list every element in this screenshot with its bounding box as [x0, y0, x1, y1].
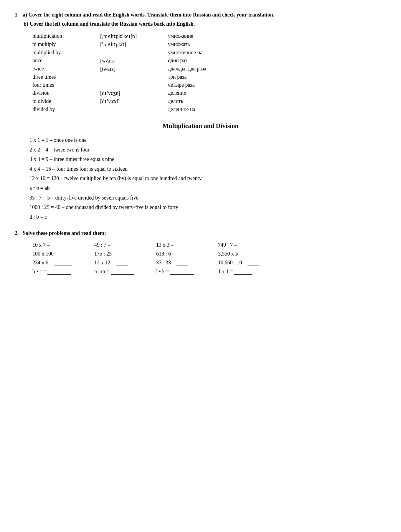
vocab-english-2: multiplied by: [32, 49, 97, 56]
vocab-phonetic-6: [100, 81, 165, 89]
exercise1-section: 1. a) Cover the right column and read th…: [15, 12, 386, 27]
vocab-phonetic-5: [100, 73, 165, 81]
problem-0-1: 49 : 7 =: [94, 242, 153, 248]
problem-2-0: 234 x 6 =: [32, 259, 91, 266]
vocab-phonetic-3: [wʌns]: [100, 57, 165, 65]
problem-0-3: 749 : 7 =: [218, 242, 277, 248]
problem-2-1: 12 x 12 =: [94, 259, 153, 266]
example-0: 1 x 1 = 1 – once one is one: [29, 136, 386, 145]
vocab-english-0: multiplication: [32, 32, 97, 40]
vocab-english-8: to divide: [32, 98, 97, 105]
example-8: d : b = c: [29, 213, 386, 222]
vocab-russian-0: умножение: [168, 32, 386, 40]
vocab-english-9: divided by: [32, 106, 97, 113]
problem-3-1: n : m =: [94, 268, 153, 275]
vocab-phonetic-4: [twaɪs]: [100, 65, 165, 73]
problem-0-2: 13 x 3 =: [156, 242, 215, 248]
vocab-russian-5: три раза: [168, 73, 386, 81]
vocab-russian-7: деление: [168, 89, 386, 97]
problem-3-0: b • c =: [32, 268, 91, 275]
vocab-english-7: division: [32, 89, 97, 97]
vocab-russian-9: деленное на: [168, 106, 386, 113]
exercise1-part-b: b) Cover the left column and translate t…: [24, 21, 386, 27]
example-1: 2 x 2 = 4 – twice two is four: [29, 145, 386, 154]
vocab-english-3: once: [32, 57, 97, 65]
example-4: 12 x 10 = 120 – twelve multiplied by ten…: [29, 174, 386, 183]
examples-section: 1 x 1 = 1 – once one is one 2 x 2 = 4 – …: [29, 136, 386, 221]
problem-1-0: 100 x 100 =: [32, 251, 91, 257]
problem-1-3: 3,550 x 5 =: [218, 251, 277, 257]
problem-3-2: l • k =: [156, 268, 215, 275]
vocab-phonetic-1: [ˈmʌltɪplaɪ]: [100, 41, 165, 48]
example-3: 4 x 4 = 16 – four times four is equal to…: [29, 164, 386, 174]
problem-2-3: 10,660 : 10 =: [218, 259, 277, 266]
example-6: 35 : 7 = 5 – thirty-five divided by seve…: [29, 193, 386, 202]
exercise2-number: 2.: [15, 230, 19, 236]
vocab-phonetic-2: [100, 49, 165, 56]
vocab-phonetic-0: [ˌmʌltɪplɪˈkeɪʃn]: [100, 32, 165, 40]
vocab-phonetic-7: [dɪˈvɪʒn]: [100, 89, 165, 97]
exercise1-part-a: a) Cover the right column and read the E…: [23, 12, 274, 18]
problem-3-3: 1 x 1 =: [218, 268, 277, 275]
problems-table: 10 x 7 = 49 : 7 = 13 x 3 = 749 : 7 = 100…: [32, 242, 386, 275]
problem-1-2: 618 : 6 =: [156, 251, 215, 257]
example-5: a • b = ab: [29, 184, 386, 193]
vocab-english-4: twice: [32, 65, 97, 73]
vocab-russian-6: четыре раза: [168, 81, 386, 89]
vocab-russian-3: один раз: [168, 57, 386, 65]
vocab-english-6: four times: [32, 81, 97, 89]
problem-0-0: 10 x 7 =: [32, 242, 91, 248]
vocab-english-5: three times: [32, 73, 97, 81]
exercise2-section: 2. Solve these problems and read them:: [15, 230, 386, 236]
problem-2-2: 33 : 33 =: [156, 259, 215, 266]
vocab-table: multiplication [ˌmʌltɪplɪˈkeɪʃn] умножен…: [32, 32, 386, 113]
vocab-russian-2: умноженное на: [168, 49, 386, 56]
vocab-russian-8: делить: [168, 98, 386, 105]
section-title: Multiplication and Division: [15, 122, 386, 130]
example-2: 3 x 3 = 9 – three times three equals nin…: [29, 155, 386, 164]
vocab-russian-1: умножать: [168, 41, 386, 48]
vocab-russian-4: дважды, два раза: [168, 65, 386, 73]
vocab-english-1: to multiply: [32, 41, 97, 48]
exercise1-number: 1.: [15, 12, 19, 18]
vocab-phonetic-8: [dɪˈvaɪd]: [100, 98, 165, 105]
example-7: 1000 : 25 = 40 – one thousand divided by…: [29, 203, 386, 212]
vocab-phonetic-9: [100, 106, 165, 113]
problem-1-1: 175 : 25 =: [94, 251, 153, 257]
exercise2-title: Solve these problems and read them:: [23, 230, 106, 236]
